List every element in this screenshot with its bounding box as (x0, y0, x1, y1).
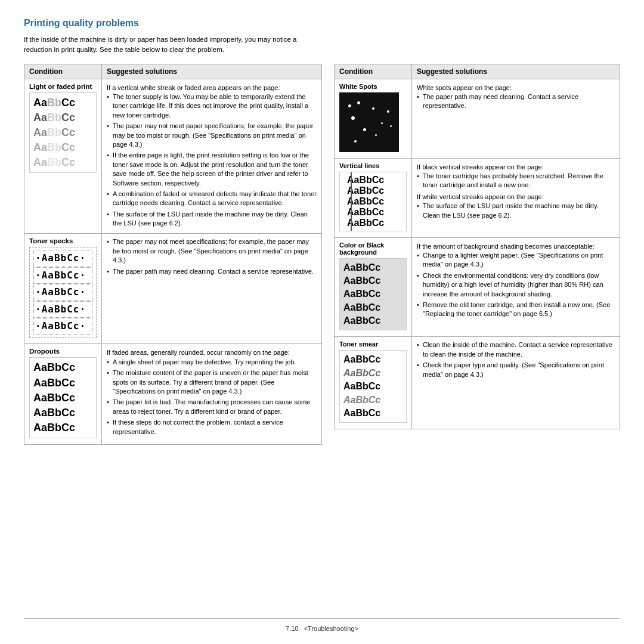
dropouts-bullets: A single sheet of paper may be defective… (107, 358, 317, 436)
right-col2-header: Suggested solutions (412, 64, 620, 79)
condition-color-bg: Color or Black background AaBbCc AaBbCc … (335, 237, 412, 337)
list-item: The paper path may need cleaning. Contac… (107, 267, 317, 276)
intro-paragraph: If the inside of the machine is dirty or… (24, 35, 322, 55)
solution-toner-smear: Clean the inside of the machine. Contact… (412, 337, 620, 429)
solution-toner-specks: The paper may not meet specifications; f… (102, 234, 322, 344)
table-row: Dropouts AaBbCc AaBbCc AaBbCc AaBbCc AaB… (24, 344, 322, 445)
list-item: The toner cartridge has probably been sc… (417, 172, 615, 190)
list-item: The surface of the LSU part inside the m… (107, 210, 317, 228)
color-bg-bullets: Change to a lighter weight paper. (See "… (417, 251, 615, 319)
list-item: Clean the inside of the machine. Contact… (417, 340, 615, 359)
condition-vertical-lines: Vertical lines AaBbCc AaBbCc AaBbCc AaBb… (335, 158, 412, 237)
condition-white-spots: White Spots (335, 79, 412, 158)
list-item: The paper may not meet paper specificati… (107, 122, 317, 149)
right-table: Condition Suggested solutions White Spot… (334, 64, 620, 430)
vertical-lines-bullets1: The toner cartridge has probably been sc… (417, 172, 615, 190)
color-bg-sample: AaBbCc AaBbCc AaBbCc AaBbCc AaBbCc (339, 258, 407, 331)
footer-text: 7.10 <Troubleshooting> (286, 625, 358, 632)
white-spots-bullets: The paper path may need cleaning. Contac… (417, 92, 615, 111)
light-faded-sample: AaBbCc AaBbCc AaBbCc AaBbCc AaBbCc (29, 92, 97, 174)
solution-dropouts: If faded areas, generally rounded, occur… (102, 344, 322, 445)
left-col1-header: Condition (24, 64, 102, 79)
list-item: If the entire page is light, the print r… (107, 151, 317, 188)
vertical-lines-bullets2: The surface of the LSU part inside the m… (417, 202, 615, 220)
condition-toner-smear: Toner smear AaBbCc AaBbCc AaBbCc AaBbCc … (335, 337, 412, 429)
list-item: The paper may not meet specifications; f… (107, 237, 317, 265)
page-title: Printing quality problems (24, 18, 620, 29)
table-row: White Spots (335, 79, 620, 158)
white-spots-image (339, 92, 399, 152)
table-row: Toner specks ·AaBbCc· ·AaBbCc· ·AaBbCc· … (24, 234, 322, 344)
table-row: Light or faded print AaBbCc AaBbCc AaBbC… (24, 79, 322, 234)
condition-toner-specks: Toner specks ·AaBbCc· ·AaBbCc· ·AaBbCc· … (24, 234, 102, 344)
solution-white-spots: White spots appear on the page: The pape… (412, 79, 620, 158)
list-item: A single sheet of paper may be defective… (107, 358, 317, 367)
toner-specks-bullets: The paper may not meet specifications; f… (107, 237, 317, 276)
list-item: Remove the old toner cartridge, and then… (417, 301, 615, 319)
list-item: The toner supply is low. You may be able… (107, 92, 317, 120)
light-faded-bullets: The toner supply is low. You may be able… (107, 92, 317, 228)
main-content: Condition Suggested solutions Light or f… (24, 64, 620, 619)
toner-specks-sample: ·AaBbCc· ·AaBbCc· ·AaBbCc· ·AaBbCc· ·AaB… (29, 247, 97, 338)
table-row: Vertical lines AaBbCc AaBbCc AaBbCc AaBb… (335, 158, 620, 237)
page-container: Printing quality problems If the inside … (0, 0, 644, 644)
table-row: Toner smear AaBbCc AaBbCc AaBbCc AaBbCc … (335, 337, 620, 429)
left-table: Condition Suggested solutions Light or f… (24, 64, 322, 445)
toner-smear-bullets: Clean the inside of the machine. Contact… (417, 340, 615, 379)
list-item: The paper lot is bad. The manufacturing … (107, 398, 317, 416)
list-item: A combination of faded or smeared defect… (107, 190, 317, 208)
list-item: Change to a lighter weight paper. (See "… (417, 251, 615, 270)
right-column: Condition Suggested solutions White Spot… (334, 64, 620, 619)
condition-light-faded: Light or faded print AaBbCc AaBbCc AaBbC… (24, 79, 102, 234)
list-item: Check the environmental conditions: very… (417, 271, 615, 299)
table-row: Color or Black background AaBbCc AaBbCc … (335, 237, 620, 337)
solution-color-bg: If the amount of background shading beco… (412, 237, 620, 337)
left-column: Condition Suggested solutions Light or f… (24, 64, 322, 619)
list-item: If these steps do not correct the proble… (107, 418, 317, 436)
list-item: The moisture content of the paper is une… (107, 369, 317, 396)
dropouts-sample: AaBbCc AaBbCc AaBbCc AaBbCc AaBbCc (29, 357, 97, 438)
solution-vertical-lines: If black vertical streaks appear on the … (412, 158, 620, 237)
condition-dropouts: Dropouts AaBbCc AaBbCc AaBbCc AaBbCc AaB… (24, 344, 102, 445)
list-item: The paper path may need cleaning. Contac… (417, 92, 615, 111)
page-footer: 7.10 <Troubleshooting> (24, 618, 620, 632)
list-item: Check the paper type and quality. (See "… (417, 361, 615, 379)
toner-smear-sample: AaBbCc AaBbCc AaBbCc AaBbCc AaBbCc (339, 350, 407, 423)
right-col1-header: Condition (335, 64, 412, 79)
left-col2-header: Suggested solutions (102, 64, 322, 79)
solution-light-faded: If a vertical white streak or faded area… (102, 79, 322, 234)
vertical-lines-sample: AaBbCc AaBbCc AaBbCc AaBbCc AaBbCc (339, 172, 407, 231)
list-item: The surface of the LSU part inside the m… (417, 202, 615, 220)
